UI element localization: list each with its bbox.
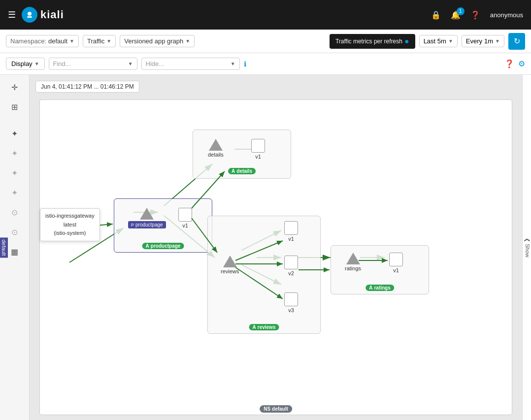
reviews-service-node: reviews [221,256,239,274]
productpage-service-badge: P productpage [128,221,166,228]
display-arrow: ▼ [34,61,39,66]
last-time-value: Last 5m [424,37,446,45]
details-v1-node: v1 [251,139,265,160]
graph-icon-6[interactable]: ⊙ [6,224,23,240]
notification-bell[interactable]: 🔔 1 [451,10,461,20]
refresh-icon: ↻ [514,36,520,46]
traffic-metrics-dot: ● [404,37,409,46]
tooltip-line1: istio-ingressgateway [45,212,95,221]
ratings-service-label: ratings [345,265,361,271]
details-group: details v1 A details [193,129,291,179]
graph-type-selector[interactable]: Versioned app graph ▼ [120,35,195,47]
traffic-selector[interactable]: Traffic ▼ [83,35,116,47]
traffic-metrics-button[interactable]: Traffic metrics per refresh ● [330,34,415,49]
ratings-badge-a: A [369,285,372,291]
reviews-internal-svg [208,216,320,333]
logo-text: kiali [40,8,64,21]
logo-icon [22,7,37,23]
main-content: ✛ ⊞ ✦ ✦ ✦ ✦ ⊙ ⊙ ▦ default Jun 4, 01:41:1… [0,75,531,420]
details-app-badge: A details [228,167,256,174]
namespace-selector[interactable]: Namespace: default ▼ [6,35,79,47]
bottom-namespace-badge: NS default [260,405,292,413]
namespace-value: default [48,37,67,45]
secondary-toolbar: Display ▼ Find... ▼ Hide... ▼ ℹ ❓ ⚙ [0,53,531,75]
lock-icon: 🔒 [431,10,441,20]
every-arrow: ▼ [495,38,500,44]
info-icon[interactable]: ℹ [244,60,246,68]
ratings-badge-text: ratings [374,285,390,291]
traffic-metrics-label: Traffic metrics per refresh [335,38,402,45]
right-panel[interactable]: ❮ Show [522,75,531,420]
ns-badge-prefix: NS [264,406,270,412]
reviews-triangle-icon [223,256,237,267]
map-icon[interactable]: ▦ [6,243,23,260]
fit-icon[interactable]: ⊞ [6,98,23,115]
reviews-v1-label: v1 [288,236,294,242]
every-selector[interactable]: Every 1m ▼ [462,35,504,47]
notif-count: 1 [457,7,465,15]
graph-icon-1[interactable]: ✦ [6,125,23,142]
details-v1-label: v1 [255,154,261,160]
productpage-service-label: productpage [135,222,163,227]
user-name: anonymous [490,11,523,19]
find-input-wrapper[interactable]: Find... ▼ [49,58,137,70]
graph-area: Jun 4, 01:41:12 PM ... 01:46:12 PM [30,75,522,420]
last-time-selector[interactable]: Last 5m ▼ [419,35,458,47]
hide-input-wrapper[interactable]: Hide... ▼ [141,58,240,70]
reviews-app-badge: A reviews [249,323,279,330]
hamburger-menu[interactable]: ☰ [8,9,16,20]
logo[interactable]: kiali [22,7,64,23]
main-toolbar: Namespace: default ▼ Traffic ▼ Versioned… [0,30,531,53]
settings-icon[interactable]: ⚙ [518,59,525,68]
productpage-badge: A productpage [142,243,184,249]
find-dropdown-arrow: ▼ [128,61,133,66]
svg-line-15 [235,241,283,260]
productpage-service-node: P productpage [128,208,166,228]
namespace-dropdown-arrow: ▼ [69,38,74,44]
details-triangle-icon [209,139,223,151]
header-icons: 🔒 🔔 1 ❓ anonymous [431,10,523,20]
graph-canvas: details v1 A details [39,99,512,415]
help-icon[interactable]: ❓ [470,10,480,20]
display-label: Display [11,60,33,67]
reviews-v3-label: v3 [288,307,294,313]
ratings-v1-box [389,253,403,266]
ratings-group: ratings v1 [331,245,429,294]
reviews-v1-node: v1 [284,221,298,242]
timestamp-badge: Jun 4, 01:41:12 PM ... 01:46:12 PM [35,81,139,93]
productpage-badge-icon: P [131,223,134,227]
graph-type-dropdown-arrow: ▼ [185,38,190,44]
hide-dropdown-arrow: ▼ [231,61,235,66]
refresh-button[interactable]: ↻ [508,33,525,50]
details-service-node: details [208,139,224,158]
graph-icon-2[interactable]: ✦ [6,145,23,162]
toolbar2-right: ❓ ⚙ [504,59,525,68]
productpage-group: P productpage v1 A productpage [114,198,212,253]
productpage-v1-node: v1 [178,208,192,228]
ns-badge: NS default [260,405,292,413]
details-service-label: details [208,152,224,158]
help-circle-icon[interactable]: ❓ [504,59,514,68]
reviews-v2-node: v2 [284,256,298,276]
graph-icon-3[interactable]: ✦ [6,164,23,181]
ratings-badge: A ratings [365,285,394,291]
productpage-v1-label: v1 [182,223,188,228]
details-badge: A details [228,168,256,174]
graph-icon-5[interactable]: ⊙ [6,204,23,221]
ingressgateway-tooltip: istio-ingressgateway latest (istio-syste… [40,208,100,241]
reviews-v2-label: v2 [288,270,294,276]
hide-placeholder: Hide... [146,60,165,67]
reviews-badge-a: A [253,324,256,330]
left-sidebar: ✛ ⊞ ✦ ✦ ✦ ✦ ⊙ ⊙ ▦ default [0,75,30,420]
display-button[interactable]: Display ▼ [6,58,45,70]
reviews-v3-node: v3 [284,292,298,313]
namespace-sidebar-label[interactable]: default [0,237,8,258]
graph-icon-4[interactable]: ✦ [6,184,23,201]
tooltip-line3: (istio-system) [45,229,95,238]
move-icon[interactable]: ✛ [6,79,23,96]
traffic-value: Traffic [87,37,104,45]
productpage-app-badge: A productpage [142,242,184,249]
productpage-badge-a: A [146,243,149,249]
find-placeholder: Find... [53,60,71,67]
reviews-v1-box [284,221,298,235]
